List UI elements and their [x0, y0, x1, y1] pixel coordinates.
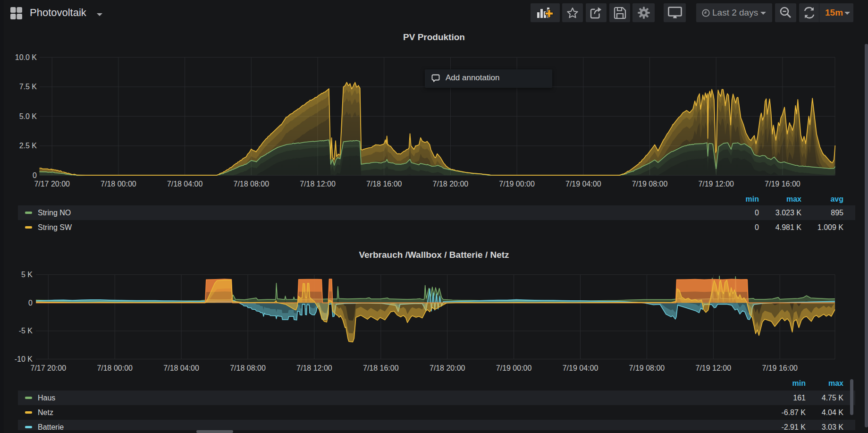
svg-text:7/19 00:00: 7/19 00:00	[496, 364, 532, 372]
svg-text:7/18 16:00: 7/18 16:00	[366, 180, 402, 188]
svg-text:7/19 16:00: 7/19 16:00	[765, 180, 801, 188]
svg-text:7/19 08:00: 7/19 08:00	[629, 364, 665, 372]
svg-text:0: 0	[28, 299, 33, 307]
svg-text:10.0 K: 10.0 K	[15, 53, 37, 61]
svg-text:7/18 12:00: 7/18 12:00	[296, 364, 332, 372]
svg-text:-5 K: -5 K	[19, 327, 33, 335]
svg-text:7/19 00:00: 7/19 00:00	[499, 180, 535, 188]
svg-text:7/19 16:00: 7/19 16:00	[762, 364, 798, 372]
svg-text:7/18 04:00: 7/18 04:00	[167, 180, 203, 188]
svg-text:7/18 00:00: 7/18 00:00	[101, 180, 136, 188]
svg-text:7/19 08:00: 7/19 08:00	[632, 180, 668, 188]
svg-text:7/17 20:00: 7/17 20:00	[34, 180, 70, 188]
svg-text:7/19 04:00: 7/19 04:00	[565, 180, 601, 188]
svg-text:7/18 20:00: 7/18 20:00	[430, 364, 465, 372]
svg-text:7/17 20:00: 7/17 20:00	[30, 364, 66, 372]
svg-text:7/18 00:00: 7/18 00:00	[97, 364, 133, 372]
svg-text:5.0 K: 5.0 K	[19, 112, 37, 120]
svg-text:7/19 04:00: 7/19 04:00	[563, 364, 598, 372]
svg-text:7/18 04:00: 7/18 04:00	[163, 364, 199, 372]
svg-text:0: 0	[33, 171, 37, 179]
svg-text:5 K: 5 K	[21, 271, 33, 279]
svg-text:7/19 12:00: 7/19 12:00	[695, 364, 731, 372]
svg-text:2.5 K: 2.5 K	[19, 142, 37, 150]
svg-text:7/18 20:00: 7/18 20:00	[433, 180, 469, 188]
svg-text:7/18 12:00: 7/18 12:00	[300, 180, 336, 188]
svg-text:7/18 08:00: 7/18 08:00	[230, 364, 266, 372]
svg-text:-10 K: -10 K	[15, 355, 33, 363]
svg-text:7/18 08:00: 7/18 08:00	[233, 180, 269, 188]
svg-text:7/18 16:00: 7/18 16:00	[363, 364, 399, 372]
svg-text:7/19 12:00: 7/19 12:00	[698, 180, 734, 188]
svg-text:7.5 K: 7.5 K	[19, 83, 37, 91]
